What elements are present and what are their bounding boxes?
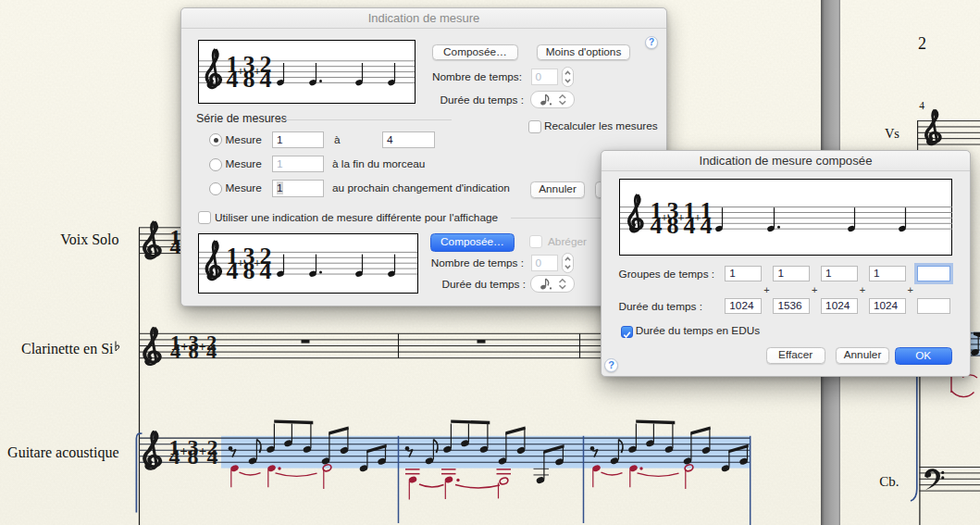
svg-text:4: 4	[170, 340, 180, 363]
svg-text:Guitare acoustique: Guitare acoustique	[7, 444, 118, 461]
svg-text:8: 8	[188, 340, 198, 363]
svg-text:4: 4	[701, 212, 713, 239]
svg-text:8: 8	[188, 444, 199, 469]
svg-text:Voix Solo: Voix Solo	[60, 231, 118, 247]
svg-text:+: +	[199, 444, 207, 458]
svg-text:4: 4	[919, 100, 924, 111]
svg-text:+: +	[180, 340, 188, 354]
svg-text:Clarinette en Si: Clarinette en Si	[21, 341, 114, 356]
svg-text:Vs: Vs	[885, 126, 899, 141]
svg-text:4: 4	[207, 444, 218, 469]
svg-text:4: 4	[169, 444, 180, 469]
svg-text:+: +	[180, 444, 188, 458]
svg-text:Cb.: Cb.	[879, 474, 899, 489]
svg-text:4: 4	[260, 66, 272, 93]
svg-text:4: 4	[260, 257, 272, 284]
svg-text:4: 4	[206, 340, 217, 363]
svg-text:4: 4	[170, 234, 181, 258]
svg-text:+: +	[199, 340, 206, 354]
svg-text:2: 2	[918, 34, 926, 53]
